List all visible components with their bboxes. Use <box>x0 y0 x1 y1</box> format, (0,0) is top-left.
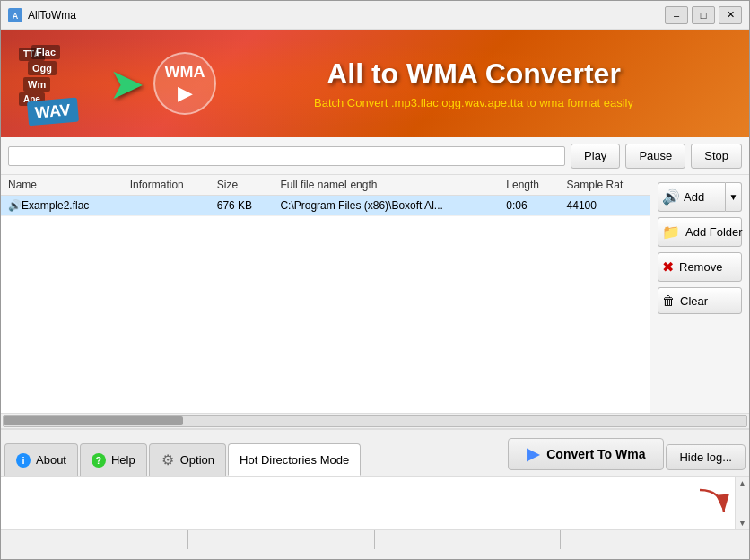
tab-option[interactable]: ⚙ Option <box>149 443 226 476</box>
status-seg-4 <box>562 530 746 549</box>
scroll-down-arrow[interactable]: ▼ <box>738 518 747 528</box>
col-size: Size <box>210 175 274 196</box>
clear-label: Clear <box>680 294 708 308</box>
horizontal-scrollbar[interactable] <box>1 413 749 429</box>
wma-badge: WMA ▶ <box>153 52 216 115</box>
status-seg-2 <box>190 530 374 549</box>
banner-subtitle: Batch Convert .mp3.flac.ogg.wav.ape.tta … <box>216 96 731 109</box>
bottom-tabs: i About ? Help ⚙ Option Hot Directories … <box>1 429 749 476</box>
col-name: Name <box>1 175 123 196</box>
log-scrollbar[interactable]: ▲ ▼ <box>735 477 749 529</box>
minimize-button[interactable]: – <box>665 6 688 24</box>
add-folder-label: Add Folder <box>685 225 743 239</box>
window-title: AllToWma <box>28 9 665 22</box>
file-table-wrap: Name Information Size Full file nameLeng… <box>1 175 650 413</box>
header-banner: TTA Flac Ogg Wm Ape WAV ➤ WMA ▶ All to W… <box>1 30 749 137</box>
convert-play-icon: ▶ <box>527 444 539 464</box>
clear-button[interactable]: 🗑 Clear <box>658 287 742 314</box>
hscroll-thumb <box>4 416 183 425</box>
table-row[interactable]: 🔊Example2.flac 676 KB C:\Program Files (… <box>1 196 650 216</box>
scroll-up-arrow[interactable]: ▲ <box>738 478 747 488</box>
banner-icons: TTA Flac Ogg Wm Ape WAV ➤ WMA ▶ <box>19 43 216 124</box>
tab-help-label: Help <box>111 453 135 467</box>
file-icon: 🔊 <box>8 199 22 212</box>
progress-bar <box>8 146 565 166</box>
hide-log-button[interactable]: Hide log... <box>666 444 746 470</box>
banner-text: All to WMA Converter Batch Convert .mp3.… <box>216 57 731 109</box>
clear-icon: 🗑 <box>662 293 675 308</box>
gear-icon: ⚙ <box>161 453 175 468</box>
play-button[interactable]: Play <box>571 144 620 169</box>
arrow-indicator <box>695 486 731 532</box>
remove-label: Remove <box>679 260 722 274</box>
cell-length: 0:06 <box>499 196 559 216</box>
flac-label: Flac <box>31 45 60 59</box>
cell-samplerate: 44100 <box>560 196 650 216</box>
status-bar <box>1 529 749 549</box>
add-button[interactable]: 🔊 Add <box>658 182 726 212</box>
add-dropdown-button[interactable]: ▼ <box>726 182 742 212</box>
cell-size: 676 KB <box>210 196 274 216</box>
app-icon: A <box>8 8 22 22</box>
titlebar: A AllToWma – □ ✕ <box>1 1 749 30</box>
status-seg-3 <box>377 530 561 549</box>
remove-button[interactable]: ✖ Remove <box>658 252 742 282</box>
add-label: Add <box>684 190 704 204</box>
svg-text:A: A <box>13 12 19 21</box>
folder-icon: 📁 <box>662 223 680 241</box>
window-controls: – □ ✕ <box>665 6 742 24</box>
file-table: Name Information Size Full file nameLeng… <box>1 175 650 216</box>
file-list-area: Name Information Size Full file nameLeng… <box>1 175 749 413</box>
side-buttons: 🔊 Add ▼ 📁 Add Folder ✖ Remove 🗑 Clear <box>650 175 749 413</box>
player-bar: Play Pause Stop <box>1 137 749 175</box>
col-info: Information <box>123 175 210 196</box>
source-formats: TTA Flac Ogg Wm Ape WAV <box>19 43 100 124</box>
cell-fullpath: C:\Program Files (x86)\Boxoft Al... <box>273 196 499 216</box>
log-area: ▲ ▼ <box>1 476 749 529</box>
add-folder-button[interactable]: 📁 Add Folder <box>658 217 742 247</box>
status-seg-1 <box>4 530 188 549</box>
col-fullpath: Full file nameLength <box>273 175 499 196</box>
tab-about-label: About <box>36 453 66 467</box>
cell-info <box>123 196 210 216</box>
arrow-icon: ➤ <box>109 58 144 109</box>
hscroll-track <box>3 415 747 427</box>
stop-button[interactable]: Stop <box>691 144 742 169</box>
tab-help[interactable]: ? Help <box>80 443 147 476</box>
tab-hot-directories-label: Hot Directories Mode <box>240 453 349 467</box>
close-button[interactable]: ✕ <box>719 6 742 24</box>
remove-icon: ✖ <box>662 258 674 276</box>
ogg-label: Ogg <box>28 61 57 75</box>
add-icon: 🔊 <box>662 188 680 206</box>
convert-label: Convert To Wma <box>546 447 645 461</box>
banner-title: All to WMA Converter <box>216 57 731 91</box>
maximize-button[interactable]: □ <box>692 6 715 24</box>
about-icon: i <box>16 453 31 468</box>
wav-badge: WAV <box>27 98 79 127</box>
help-icon: ? <box>92 453 106 468</box>
play-icon: ▶ <box>178 82 193 105</box>
tab-hot-directories[interactable]: Hot Directories Mode <box>228 443 361 476</box>
col-length: Length <box>499 175 559 196</box>
cell-name: 🔊Example2.flac <box>1 196 123 216</box>
tab-about[interactable]: i About <box>4 443 78 476</box>
wma-label: WMA <box>165 63 205 82</box>
tab-option-label: Option <box>180 453 214 467</box>
add-button-wrap: 🔊 Add ▼ <box>658 182 742 212</box>
wm-label: Wm <box>23 77 50 92</box>
col-samplerate: Sample Rat <box>560 175 650 196</box>
pause-button[interactable]: Pause <box>625 144 685 169</box>
convert-button[interactable]: ▶ Convert To Wma <box>508 438 664 470</box>
